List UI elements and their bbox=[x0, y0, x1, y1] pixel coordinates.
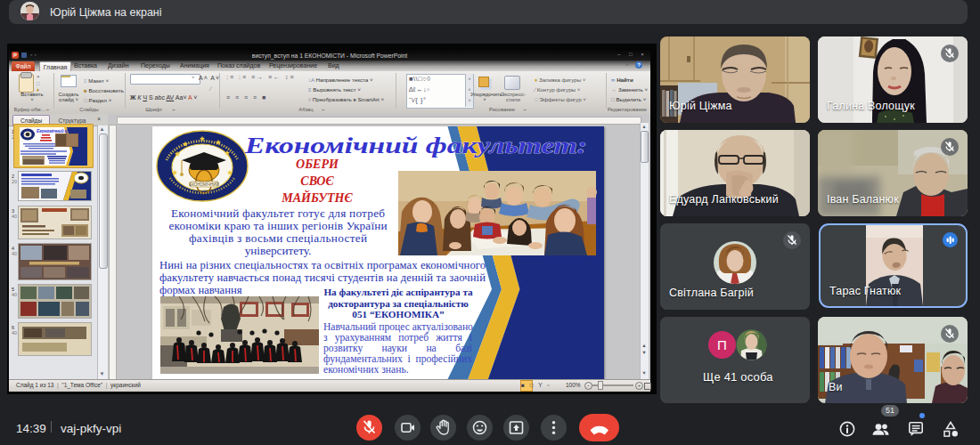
svg-text:формах навчання: формах навчання bbox=[159, 284, 242, 296]
svg-text:фахівців з восьми спеціальност: фахівців з восьми спеціальностей bbox=[189, 231, 367, 245]
svg-text:ОБЕРИ: ОБЕРИ bbox=[296, 158, 339, 171]
svg-text:ЕКОНОМІЧНИЙ: ЕКОНОМІЧНИЙ bbox=[189, 181, 219, 187]
svg-text:· 12 · · · 11 · · · 10 · · · 9: · 12 · · · 11 · · · 10 · · · 9 · · · 8 ·… bbox=[125, 125, 641, 125]
svg-text:університету.: університету. bbox=[245, 244, 312, 257]
svg-text:факультету навчається понад ти: факультету навчається понад тисячі студе… bbox=[159, 271, 486, 284]
svg-text:Економічний ф: Економічний ф bbox=[37, 128, 69, 134]
svg-text:Економічний факультет:: Економічний факультет: bbox=[244, 134, 587, 158]
svg-text:П: П bbox=[717, 337, 727, 352]
svg-text:Економічний факультет готує дл: Економічний факультет готує для потреб bbox=[171, 206, 385, 220]
svg-text:економічних знань.: економічних знань. bbox=[323, 364, 409, 376]
svg-text:051 “ЕКОНОМІКА”: 051 “ЕКОНОМІКА” bbox=[352, 309, 445, 320]
svg-text:МАЙБУТНЄ: МАЙБУТНЄ bbox=[281, 190, 353, 205]
svg-text:докторантура за спеціальністю: докторантура за спеціальністю bbox=[328, 298, 469, 309]
svg-text:СВОЄ: СВОЄ bbox=[300, 174, 334, 188]
svg-text:Нині на різних спеціальностях: Нині на різних спеціальностях та освітні… bbox=[159, 259, 486, 271]
svg-text:економіки краю та інших регіон: економіки краю та інших регіонів України bbox=[169, 219, 388, 232]
svg-text:На факультеті діє аспірантура: На факультеті діє аспірантура та bbox=[323, 287, 473, 297]
